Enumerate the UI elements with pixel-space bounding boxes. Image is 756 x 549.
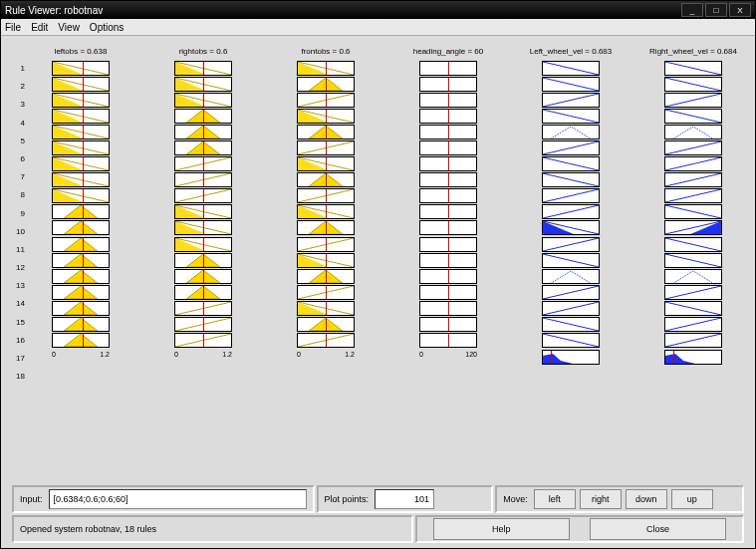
plot-points-field[interactable]: 101 <box>375 489 434 509</box>
mf-cell[interactable] <box>419 204 477 219</box>
mf-cell[interactable] <box>297 77 355 92</box>
mf-cell[interactable] <box>174 204 232 219</box>
input-marker[interactable] <box>83 334 84 347</box>
input-marker[interactable] <box>448 173 449 186</box>
mf-cell[interactable] <box>297 188 355 203</box>
mf-cell[interactable] <box>297 204 355 219</box>
mf-cell[interactable] <box>52 269 110 284</box>
mf-cell[interactable] <box>542 109 600 124</box>
mf-cell[interactable] <box>419 156 477 171</box>
input-marker[interactable] <box>326 286 327 299</box>
input-marker[interactable] <box>203 270 204 283</box>
mf-cell[interactable] <box>419 140 477 155</box>
mf-cell[interactable] <box>419 301 477 316</box>
mf-cell[interactable] <box>297 269 355 284</box>
mf-cell[interactable] <box>664 301 722 316</box>
input-marker[interactable] <box>326 189 327 202</box>
input-marker[interactable] <box>83 221 84 234</box>
input-marker[interactable] <box>326 238 327 251</box>
input-marker[interactable] <box>448 254 449 267</box>
menu-file[interactable]: File <box>5 22 21 33</box>
input-marker[interactable] <box>83 157 84 170</box>
aggregate-output[interactable] <box>664 350 722 365</box>
mf-cell[interactable] <box>664 285 722 300</box>
mf-cell[interactable] <box>664 125 722 139</box>
mf-cell[interactable] <box>542 93 600 108</box>
mf-cell[interactable] <box>542 220 600 235</box>
input-marker[interactable] <box>83 318 84 331</box>
mf-cell[interactable] <box>419 93 477 108</box>
mf-cell[interactable] <box>52 188 110 203</box>
mf-cell[interactable] <box>419 317 477 332</box>
input-marker[interactable] <box>326 141 327 154</box>
mf-cell[interactable] <box>174 220 232 235</box>
input-marker[interactable] <box>326 302 327 315</box>
input-marker[interactable] <box>326 270 327 283</box>
mf-cell[interactable] <box>174 156 232 171</box>
input-marker[interactable] <box>326 110 327 123</box>
input-marker[interactable] <box>203 205 204 218</box>
input-marker[interactable] <box>326 254 327 267</box>
input-marker[interactable] <box>83 205 84 218</box>
input-marker[interactable] <box>203 94 204 107</box>
mf-cell[interactable] <box>297 333 355 348</box>
mf-cell[interactable] <box>419 220 477 235</box>
input-marker[interactable] <box>203 302 204 315</box>
mf-cell[interactable] <box>297 317 355 332</box>
input-marker[interactable] <box>448 302 449 315</box>
input-marker[interactable] <box>448 157 449 170</box>
menu-edit[interactable]: Edit <box>31 22 48 33</box>
menu-options[interactable]: Options <box>90 22 124 33</box>
input-marker[interactable] <box>83 62 84 75</box>
mf-cell[interactable] <box>297 156 355 171</box>
mf-cell[interactable] <box>52 61 110 76</box>
input-marker[interactable] <box>203 334 204 347</box>
input-marker[interactable] <box>203 173 204 186</box>
mf-cell[interactable] <box>664 93 722 108</box>
move-down-button[interactable]: down <box>626 489 667 509</box>
mf-cell[interactable] <box>664 333 722 348</box>
input-marker[interactable] <box>326 221 327 234</box>
mf-cell[interactable] <box>542 253 600 268</box>
mf-cell[interactable] <box>52 253 110 268</box>
mf-cell[interactable] <box>297 125 355 139</box>
mf-cell[interactable] <box>52 77 110 92</box>
mf-cell[interactable] <box>419 188 477 203</box>
mf-cell[interactable] <box>297 285 355 300</box>
input-marker[interactable] <box>203 78 204 91</box>
mf-cell[interactable] <box>52 220 110 235</box>
move-left-button[interactable]: left <box>534 489 576 509</box>
mf-cell[interactable] <box>174 253 232 268</box>
close-window-button[interactable]: X <box>729 3 751 17</box>
input-marker[interactable] <box>83 173 84 186</box>
mf-cell[interactable] <box>664 140 722 155</box>
input-marker[interactable] <box>83 78 84 91</box>
input-marker[interactable] <box>83 189 84 202</box>
mf-cell[interactable] <box>419 172 477 187</box>
input-marker[interactable] <box>203 318 204 331</box>
mf-cell[interactable] <box>542 285 600 300</box>
input-marker[interactable] <box>203 157 204 170</box>
mf-cell[interactable] <box>419 237 477 252</box>
mf-cell[interactable] <box>664 317 722 332</box>
mf-cell[interactable] <box>542 188 600 203</box>
input-marker[interactable] <box>326 126 327 138</box>
mf-cell[interactable] <box>52 93 110 108</box>
input-marker[interactable] <box>326 78 327 91</box>
input-marker[interactable] <box>448 78 449 91</box>
input-marker[interactable] <box>326 318 327 331</box>
mf-cell[interactable] <box>297 237 355 252</box>
mf-cell[interactable] <box>542 125 600 139</box>
mf-cell[interactable] <box>174 109 232 124</box>
mf-cell[interactable] <box>664 269 722 284</box>
mf-cell[interactable] <box>664 220 722 235</box>
mf-cell[interactable] <box>297 301 355 316</box>
mf-cell[interactable] <box>52 204 110 219</box>
mf-cell[interactable] <box>52 172 110 187</box>
aggregate-output[interactable] <box>542 350 600 365</box>
help-button[interactable]: Help <box>433 518 570 540</box>
mf-cell[interactable] <box>174 125 232 139</box>
input-marker[interactable] <box>83 270 84 283</box>
input-marker[interactable] <box>448 270 449 283</box>
mf-cell[interactable] <box>52 156 110 171</box>
